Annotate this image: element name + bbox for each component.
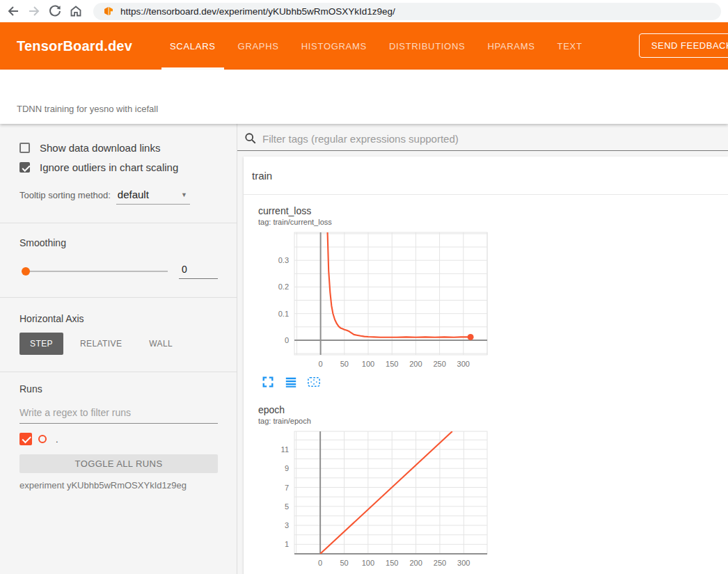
last-point-marker <box>468 334 474 340</box>
smoothing-slider[interactable] <box>22 271 168 272</box>
smoothing-label: Smoothing <box>19 237 218 248</box>
run-name: . <box>56 434 58 445</box>
axis-relative-button[interactable]: RELATIVE <box>70 333 132 355</box>
chart-plot[interactable]: 0501001502002503001357911 <box>258 430 488 571</box>
svg-text:250: 250 <box>433 360 445 368</box>
smoothing-slider-thumb[interactable] <box>22 267 30 276</box>
experiment-id-label: experiment yKUbhb5wRmOSXYkId1z9eg <box>19 480 218 491</box>
show-download-links-row: Show data download links <box>19 142 218 154</box>
browser-toolbar: https://tensorboard.dev/experiment/yKUbh… <box>0 0 728 22</box>
svg-text:300: 300 <box>457 360 470 368</box>
svg-text:0.2: 0.2 <box>278 282 289 291</box>
tensorboard-favicon <box>103 6 114 17</box>
chart-title: epoch <box>258 404 488 416</box>
run-checkbox[interactable] <box>19 433 32 445</box>
smoothing-value-input[interactable]: 0 <box>179 264 218 279</box>
experiment-title-bar: TDNN training for yesno with icefall <box>0 70 728 124</box>
top-nav: SCALARS GRAPHS HISTOGRAMS DISTRIBUTIONS … <box>159 22 594 70</box>
tab-distributions[interactable]: DISTRIBUTIONS <box>378 22 477 70</box>
app-header: TensorBoard.dev SCALARS GRAPHS HISTOGRAM… <box>0 22 728 70</box>
svg-text:200: 200 <box>409 360 422 368</box>
url-text: https://tensorboard.dev/experiment/yKUbh… <box>120 6 395 17</box>
svg-text:0.1: 0.1 <box>278 310 289 318</box>
runs-label: Runs <box>19 383 218 394</box>
tag-group-header[interactable]: train <box>244 157 728 195</box>
tag-group-card: train current_loss tag: train/current_lo… <box>244 157 728 574</box>
fit-domain-icon[interactable] <box>307 376 321 390</box>
chevron-down-icon: ▼ <box>181 191 187 198</box>
svg-text:11: 11 <box>281 445 289 454</box>
log-scale-icon[interactable] <box>284 376 298 390</box>
show-download-links-checkbox[interactable] <box>19 143 30 153</box>
svg-text:50: 50 <box>340 559 348 567</box>
ignore-outliers-checkbox[interactable] <box>19 162 30 173</box>
tooltip-sorting-select[interactable]: default ▼ <box>116 189 190 205</box>
svg-text:5: 5 <box>285 502 289 511</box>
forward-icon[interactable] <box>25 2 43 20</box>
toggle-all-runs-button[interactable]: TOGGLE ALL RUNS <box>19 454 218 473</box>
svg-text:50: 50 <box>340 360 349 368</box>
fullscreen-icon[interactable] <box>261 376 275 390</box>
ignore-outliers-label: Ignore outliers in chart scaling <box>40 161 178 173</box>
app-logo: TensorBoard.dev <box>17 38 132 54</box>
run-row: . <box>19 433 218 445</box>
chart-card: current_loss tag: train/current_loss 050… <box>258 205 488 390</box>
dashboard-main: train current_loss tag: train/current_lo… <box>237 124 728 574</box>
tab-hparams[interactable]: HPARAMS <box>476 22 546 70</box>
chart-svg: 05010015020025030000.10.20.3 <box>258 231 488 372</box>
runs-regex-input[interactable] <box>19 404 218 424</box>
chart-actions <box>258 376 488 390</box>
show-download-links-label: Show data download links <box>40 142 160 154</box>
send-feedback-button[interactable]: SEND FEEDBACK <box>639 33 728 58</box>
home-icon[interactable] <box>67 2 85 20</box>
svg-text:7: 7 <box>285 484 289 492</box>
charts-grid: current_loss tag: train/current_loss 050… <box>244 195 728 574</box>
tab-text[interactable]: TEXT <box>546 22 594 70</box>
tab-graphs[interactable]: GRAPHS <box>227 22 290 70</box>
axis-step-button[interactable]: STEP <box>19 333 63 355</box>
chart-card: epoch tag: train/epoch 05010015020025030… <box>258 404 488 574</box>
svg-text:9: 9 <box>285 464 289 472</box>
tooltip-sorting-value: default <box>118 189 149 200</box>
chart-tag: tag: train/epoch <box>258 416 488 426</box>
chart-tag: tag: train/current_loss <box>258 217 488 227</box>
axis-wall-button[interactable]: WALL <box>139 333 183 355</box>
svg-text:200: 200 <box>409 559 422 567</box>
horizontal-axis-label: Horizontal Axis <box>19 313 218 324</box>
svg-text:0: 0 <box>319 360 323 368</box>
filter-tags-input[interactable] <box>262 133 728 145</box>
chart-plot[interactable]: 05010015020025030000.10.20.3 <box>258 231 488 372</box>
search-icon <box>244 132 257 145</box>
svg-text:300: 300 <box>457 559 470 567</box>
chart-svg: 0501001502002503001357911 <box>258 430 488 571</box>
run-color-swatch[interactable] <box>38 435 47 443</box>
tab-histograms[interactable]: HISTOGRAMS <box>290 22 378 70</box>
svg-text:250: 250 <box>434 559 446 567</box>
address-bar[interactable]: https://tensorboard.dev/experiment/yKUbh… <box>93 3 721 20</box>
svg-text:3: 3 <box>285 521 289 529</box>
back-icon[interactable] <box>4 2 22 20</box>
svg-text:0: 0 <box>285 336 289 344</box>
svg-text:1: 1 <box>285 540 289 548</box>
tab-scalars[interactable]: SCALARS <box>159 22 227 70</box>
experiment-title: TDNN training for yesno with icefall <box>17 104 158 114</box>
filter-tags-row <box>237 132 728 151</box>
svg-text:0: 0 <box>318 559 322 567</box>
tooltip-sorting-label: Tooltip sorting method: <box>19 190 111 200</box>
ignore-outliers-row: Ignore outliers in chart scaling <box>19 161 218 173</box>
svg-text:100: 100 <box>362 360 374 368</box>
svg-text:150: 150 <box>386 360 398 368</box>
svg-text:0.3: 0.3 <box>278 256 289 264</box>
svg-text:150: 150 <box>386 559 398 567</box>
chart-title: current_loss <box>258 205 488 217</box>
settings-sidebar: Show data download links Ignore outliers… <box>0 124 237 574</box>
svg-text:100: 100 <box>362 559 374 567</box>
reload-icon[interactable] <box>46 2 64 20</box>
